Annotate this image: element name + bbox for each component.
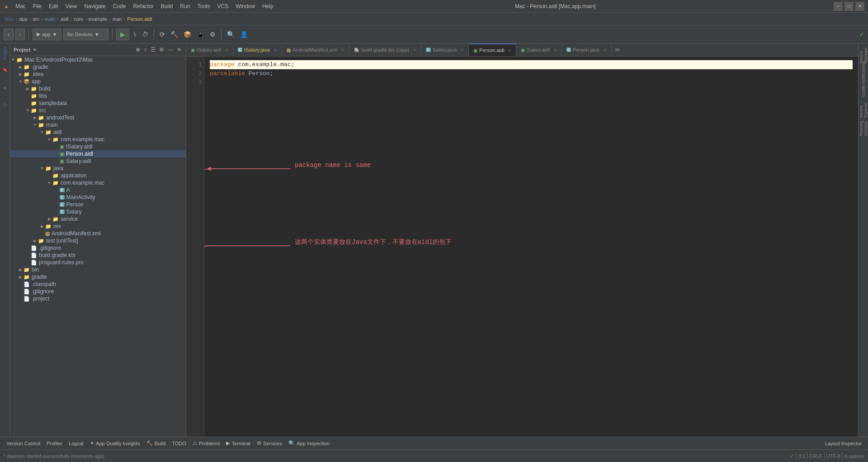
sidebar-running-devices[interactable]: Running Devices (859, 118, 868, 136)
tree-item-build-gradle[interactable]: 📄build.gradle.kts (10, 252, 186, 259)
logcat-item[interactable]: Logcat (66, 437, 86, 449)
sdk-button[interactable]: 📦 (182, 29, 193, 40)
back-button[interactable]: ‹ (4, 29, 14, 40)
tab-close-button[interactable]: ✕ (341, 48, 344, 52)
tree-item-Person-aidl[interactable]: ▣Person.aidl (10, 150, 186, 157)
tree-item-application[interactable]: 📁application (10, 172, 186, 179)
menu-window[interactable]: Window (232, 0, 259, 13)
tab-ISalary-java-tab[interactable]: CISalary.java✕ (233, 43, 282, 56)
tab-close-button[interactable]: ✕ (413, 48, 416, 52)
user-button[interactable]: 👤 (238, 29, 250, 40)
debug-button[interactable]: ⑊ (131, 29, 138, 40)
indent-indicator[interactable]: 4 spaces (844, 453, 864, 459)
tree-item-proguard[interactable]: 📄proguard-rules.pro (10, 259, 186, 266)
code-content[interactable]: package com.example.mac; parcelable Pers… (204, 57, 858, 437)
tab-close-button[interactable]: ✕ (274, 48, 277, 52)
sidebar-icon-structure[interactable]: ≡ (0, 80, 9, 96)
tabs-overflow-button[interactable]: ≫ (612, 47, 623, 53)
breadcrumb-main[interactable]: main (45, 16, 56, 22)
run-button[interactable]: ▶ (116, 29, 129, 40)
maximize-button[interactable]: □ (844, 2, 854, 11)
tree-item-bin[interactable]: ▶📁bin (10, 266, 186, 273)
menu-tools[interactable]: Tools (194, 0, 214, 13)
tree-item-MainActivity[interactable]: CMainActivity (10, 194, 186, 201)
tree-item-Salary-aidl[interactable]: ▣Salary.aidl (10, 157, 186, 165)
tree-item-com-example-mac[interactable]: ▼📁com.example.mac (10, 136, 186, 143)
tree-item-androidTest[interactable]: ▶📁androidTest (10, 114, 186, 121)
sidebar-device-manager[interactable]: Device Manager (859, 45, 868, 63)
tree-item-libs[interactable]: 📁libs (10, 92, 186, 100)
tree-item-gradle[interactable]: ▶📁.gradle (10, 63, 186, 71)
gradle-button[interactable]: 🔨 (169, 29, 180, 40)
menu-view[interactable]: View (62, 0, 81, 13)
tree-item-aidl[interactable]: ▼📁aidl (10, 129, 186, 136)
tree-item-test[interactable]: ▶📁test [unitTest] (10, 237, 186, 244)
profiler-item[interactable]: Profiler (44, 437, 65, 449)
tree-item-sampledata[interactable]: 📁sampledata (10, 100, 186, 107)
tree-item-idea[interactable]: ▶📁.idea (10, 71, 186, 78)
menu-mac[interactable]: Mac (12, 0, 29, 13)
tab-AndroidManifest-tab[interactable]: ▦AndroidManifest.xml✕ (282, 43, 350, 56)
tab-build-gradle-tab[interactable]: 🐘build.gradle.kts (:app)✕ (349, 43, 421, 56)
tab-close-button[interactable]: ✕ (553, 48, 557, 52)
tree-item-project[interactable]: 📄.project (10, 295, 186, 302)
tree-item-build[interactable]: ▶📁build (10, 85, 186, 92)
menu-navigate[interactable]: Navigate (80, 0, 109, 13)
tree-item-res[interactable]: ▶📁res (10, 223, 186, 230)
sync-button[interactable]: ⟳ (158, 29, 167, 40)
tree-item-gitignore-app[interactable]: 📄.gitignore (10, 244, 186, 252)
tree-item-src[interactable]: ▼📁src (10, 107, 186, 114)
terminal-item[interactable]: ▶ Terminal (223, 437, 253, 449)
no-devices-button[interactable]: No Devices ▼ (63, 29, 108, 40)
sidebar-device-explorer[interactable]: Device Explorer (859, 100, 868, 118)
avd-button[interactable]: 📱 (195, 29, 206, 40)
breadcrumb-aidl[interactable]: aidl (61, 16, 68, 22)
tree-item-ISalary-aidl[interactable]: ▣ISalary.aidl (10, 143, 186, 150)
tree-item-app[interactable]: ▼📦app (10, 78, 186, 85)
tree-item-gitignore-root[interactable]: 📄.gitignore (10, 288, 186, 295)
tab-close-button[interactable]: ✕ (508, 48, 511, 53)
menu-vcs[interactable]: VCS (214, 0, 232, 13)
sidebar-icon-project[interactable]: Project (0, 45, 9, 62)
menu-code[interactable]: Code (109, 0, 130, 13)
tree-item-java[interactable]: ▼📁java (10, 165, 186, 172)
menu-run[interactable]: Run (177, 0, 194, 13)
locate-icon[interactable]: ⊕ (135, 47, 141, 53)
sidebar-notifications[interactable]: Notifications (859, 63, 868, 81)
settings-button[interactable]: ⚙ (208, 29, 217, 40)
menu-edit[interactable]: Edit (45, 0, 62, 13)
tree-item-com-example-mac2[interactable]: ▼📁com.example.mac (10, 179, 186, 186)
tab-Salary-java-tab[interactable]: CSalary.java✕ (421, 43, 469, 56)
breadcrumb-person-aidl[interactable]: Person.aidl (127, 16, 152, 22)
sidebar-icon-build-variants[interactable]: ⬡ (0, 97, 9, 113)
tree-item-classpath[interactable]: 📄.classpath (10, 281, 186, 288)
code-editor[interactable]: 1 2 3 package com.example.mac; parcelabl… (186, 57, 858, 437)
breadcrumb-mac[interactable]: Mac (5, 16, 14, 22)
gear-icon[interactable]: ⚙ (158, 47, 165, 53)
todo-item[interactable]: TODO (169, 437, 189, 449)
tree-item-AndroidManifest[interactable]: ▦AndroidManifest.xml (10, 230, 186, 237)
collapse-icon[interactable]: ≡ (143, 47, 148, 53)
app-inspection-item[interactable]: 🔍 App Inspection (286, 437, 332, 449)
layout-inspector-item[interactable]: Layout Inspector (822, 437, 864, 449)
menu-help[interactable]: Help (259, 0, 277, 13)
menu-file[interactable]: File (29, 0, 45, 13)
minimize-panel-icon[interactable]: — (167, 47, 174, 53)
app-quality-item[interactable]: ✦ App Quality Insights (87, 437, 143, 449)
breadcrumb-example[interactable]: example (89, 16, 108, 22)
position-indicator[interactable]: 3:1 (798, 453, 805, 459)
tab-close-button[interactable]: ✕ (225, 48, 228, 52)
tab-ISalary-aidl-tab[interactable]: ▣ISalary.aidl✕ (186, 43, 233, 56)
menu-build[interactable]: Build (157, 0, 177, 13)
tab-close-button[interactable]: ✕ (460, 48, 464, 52)
breadcrumb-com[interactable]: com (74, 16, 83, 22)
tree-item-Salary[interactable]: CSalary (10, 208, 186, 215)
close-button[interactable]: ✕ (855, 2, 864, 11)
line-ending-indicator[interactable]: CRLF (809, 453, 822, 459)
sidebar-gradle[interactable]: Gradle (859, 81, 868, 100)
forward-button[interactable]: › (15, 29, 25, 40)
services-item[interactable]: ⚙ Services (254, 437, 285, 449)
tab-Person-aidl-tab[interactable]: ▣Person.aidl✕ (469, 43, 516, 56)
tree-item-Person[interactable]: CPerson (10, 201, 186, 208)
tab-Salary-aidl-tab[interactable]: ▣Salary.aidl✕ (516, 43, 562, 56)
